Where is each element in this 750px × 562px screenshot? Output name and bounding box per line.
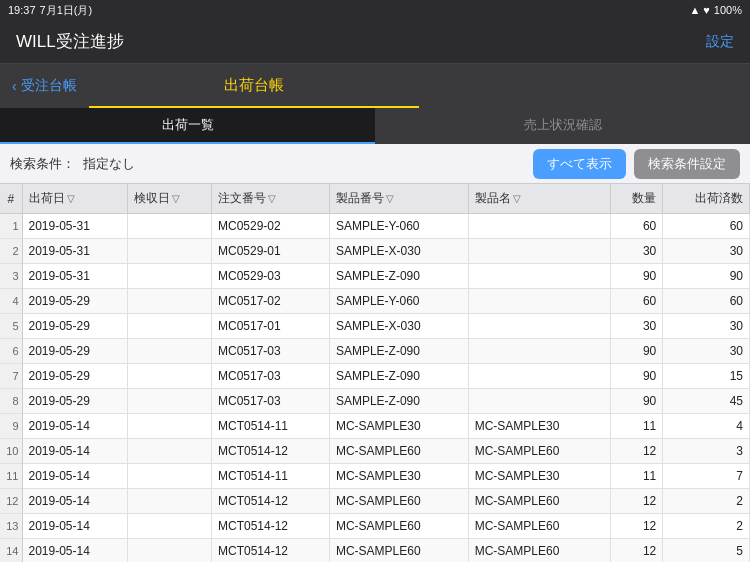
receive-date bbox=[128, 314, 212, 339]
receive-date bbox=[128, 339, 212, 364]
order-no: MC0529-03 bbox=[211, 264, 329, 289]
qty: 90 bbox=[610, 339, 663, 364]
row-num: 7 bbox=[0, 364, 22, 389]
table-row[interactable]: 5 2019-05-29 MC0517-01 SAMPLE-X-030 30 3… bbox=[0, 314, 750, 339]
product-name bbox=[468, 289, 610, 314]
table-container[interactable]: # 出荷日 ▽ 検収日 ▽ 注文番号 ▽ bbox=[0, 184, 750, 562]
status-bar-right: ▲ ♥ 100% bbox=[689, 4, 742, 16]
sort-icon-product-no: ▽ bbox=[386, 193, 394, 204]
receive-date bbox=[128, 214, 212, 239]
back-icon: ‹ bbox=[12, 78, 17, 94]
qty: 12 bbox=[610, 539, 663, 563]
product-no: SAMPLE-X-030 bbox=[329, 314, 468, 339]
row-num: 11 bbox=[0, 464, 22, 489]
sub-tabs: 出荷一覧 売上状況確認 bbox=[0, 108, 750, 144]
settings-button[interactable]: 設定 bbox=[706, 33, 734, 51]
ship-date: 2019-05-14 bbox=[22, 539, 128, 563]
shipped: 45 bbox=[663, 389, 750, 414]
receive-date bbox=[128, 414, 212, 439]
product-name: MC-SAMPLE60 bbox=[468, 514, 610, 539]
app-title: WILL受注進捗 bbox=[16, 30, 124, 53]
order-no: MCT0514-12 bbox=[211, 539, 329, 563]
ship-date: 2019-05-31 bbox=[22, 239, 128, 264]
product-name: MC-SAMPLE30 bbox=[468, 464, 610, 489]
qty: 11 bbox=[610, 464, 663, 489]
col-header-row-num: # bbox=[0, 184, 22, 214]
ship-date: 2019-05-31 bbox=[22, 264, 128, 289]
qty: 11 bbox=[610, 414, 663, 439]
table-row[interactable]: 9 2019-05-14 MCT0514-11 MC-SAMPLE30 MC-S… bbox=[0, 414, 750, 439]
tab-back-button[interactable]: ‹ 受注台帳 bbox=[0, 64, 89, 108]
product-no: MC-SAMPLE60 bbox=[329, 489, 468, 514]
order-no: MCT0514-11 bbox=[211, 464, 329, 489]
sub-tab-shipment-list[interactable]: 出荷一覧 bbox=[0, 108, 375, 144]
tab-shipment-ledger[interactable]: 出荷台帳 bbox=[89, 64, 420, 108]
table-row[interactable]: 12 2019-05-14 MCT0514-12 MC-SAMPLE60 MC-… bbox=[0, 489, 750, 514]
receive-date bbox=[128, 439, 212, 464]
product-name bbox=[468, 264, 610, 289]
shipped: 90 bbox=[663, 264, 750, 289]
ship-date: 2019-05-29 bbox=[22, 364, 128, 389]
table-row[interactable]: 3 2019-05-31 MC0529-03 SAMPLE-Z-090 90 9… bbox=[0, 264, 750, 289]
row-num: 1 bbox=[0, 214, 22, 239]
product-no: SAMPLE-Z-090 bbox=[329, 264, 468, 289]
shipped: 4 bbox=[663, 414, 750, 439]
table-row[interactable]: 14 2019-05-14 MCT0514-12 MC-SAMPLE60 MC-… bbox=[0, 539, 750, 563]
qty: 90 bbox=[610, 364, 663, 389]
row-num: 3 bbox=[0, 264, 22, 289]
search-settings-button[interactable]: 検索条件設定 bbox=[634, 149, 740, 179]
product-no: MC-SAMPLE60 bbox=[329, 514, 468, 539]
ship-date: 2019-05-31 bbox=[22, 214, 128, 239]
order-no: MC0517-03 bbox=[211, 364, 329, 389]
receive-date bbox=[128, 264, 212, 289]
show-all-button[interactable]: すべて表示 bbox=[533, 149, 626, 179]
qty: 12 bbox=[610, 514, 663, 539]
shipped: 2 bbox=[663, 514, 750, 539]
col-header-order-no[interactable]: 注文番号 ▽ bbox=[211, 184, 329, 214]
order-no: MC0529-01 bbox=[211, 239, 329, 264]
table-row[interactable]: 4 2019-05-29 MC0517-02 SAMPLE-Y-060 60 6… bbox=[0, 289, 750, 314]
product-name: MC-SAMPLE30 bbox=[468, 414, 610, 439]
table-row[interactable]: 11 2019-05-14 MCT0514-11 MC-SAMPLE30 MC-… bbox=[0, 464, 750, 489]
product-no: SAMPLE-Z-090 bbox=[329, 389, 468, 414]
order-no: MC0517-03 bbox=[211, 339, 329, 364]
qty: 12 bbox=[610, 489, 663, 514]
order-no: MCT0514-11 bbox=[211, 414, 329, 439]
sort-icon-receive-date: ▽ bbox=[172, 193, 180, 204]
col-header-product-no[interactable]: 製品番号 ▽ bbox=[329, 184, 468, 214]
table-row[interactable]: 1 2019-05-31 MC0529-02 SAMPLE-Y-060 60 6… bbox=[0, 214, 750, 239]
product-name bbox=[468, 364, 610, 389]
wifi-icon: ▲ ♥ bbox=[689, 4, 709, 16]
shipped: 7 bbox=[663, 464, 750, 489]
qty: 12 bbox=[610, 439, 663, 464]
row-num: 6 bbox=[0, 339, 22, 364]
table-row[interactable]: 10 2019-05-14 MCT0514-12 MC-SAMPLE60 MC-… bbox=[0, 439, 750, 464]
product-no: MC-SAMPLE60 bbox=[329, 439, 468, 464]
table-row[interactable]: 13 2019-05-14 MCT0514-12 MC-SAMPLE60 MC-… bbox=[0, 514, 750, 539]
product-name bbox=[468, 389, 610, 414]
product-name bbox=[468, 339, 610, 364]
table-row[interactable]: 7 2019-05-29 MC0517-03 SAMPLE-Z-090 90 1… bbox=[0, 364, 750, 389]
col-header-receive-date[interactable]: 検収日 ▽ bbox=[128, 184, 212, 214]
order-no: MCT0514-12 bbox=[211, 514, 329, 539]
qty: 90 bbox=[610, 389, 663, 414]
table-row[interactable]: 6 2019-05-29 MC0517-03 SAMPLE-Z-090 90 3… bbox=[0, 339, 750, 364]
shipped: 2 bbox=[663, 489, 750, 514]
col-header-ship-date[interactable]: 出荷日 ▽ bbox=[22, 184, 128, 214]
order-no: MC0517-03 bbox=[211, 389, 329, 414]
table-row[interactable]: 8 2019-05-29 MC0517-03 SAMPLE-Z-090 90 4… bbox=[0, 389, 750, 414]
shipped: 60 bbox=[663, 214, 750, 239]
qty: 60 bbox=[610, 289, 663, 314]
col-header-product-name[interactable]: 製品名 ▽ bbox=[468, 184, 610, 214]
date: 7月1日(月) bbox=[40, 3, 93, 18]
product-name: MC-SAMPLE60 bbox=[468, 439, 610, 464]
receive-date bbox=[128, 514, 212, 539]
sub-tab-sales-status[interactable]: 売上状況確認 bbox=[375, 108, 750, 144]
table-row[interactable]: 2 2019-05-31 MC0529-01 SAMPLE-X-030 30 3… bbox=[0, 239, 750, 264]
ship-date: 2019-05-29 bbox=[22, 314, 128, 339]
tab-bar: ‹ 受注台帳 出荷台帳 bbox=[0, 64, 750, 108]
product-no: MC-SAMPLE30 bbox=[329, 464, 468, 489]
col-header-shipped: 出荷済数 bbox=[663, 184, 750, 214]
receive-date bbox=[128, 389, 212, 414]
product-no: MC-SAMPLE60 bbox=[329, 539, 468, 563]
